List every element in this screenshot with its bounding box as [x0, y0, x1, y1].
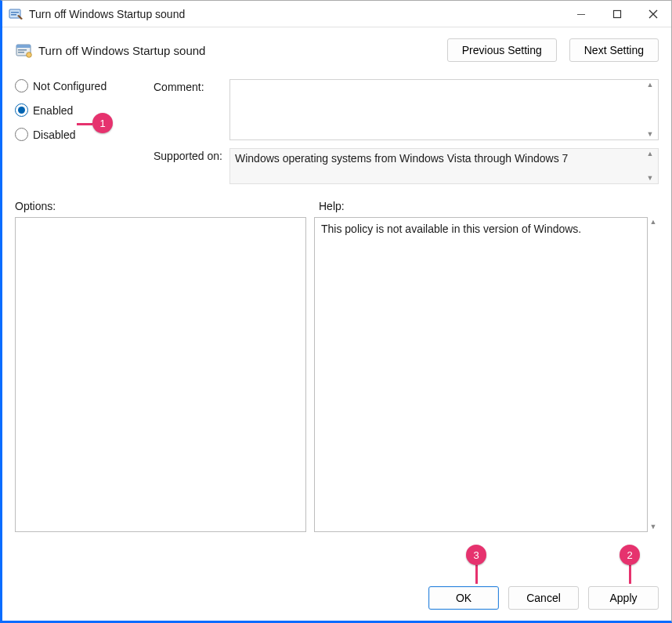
scroll-down-icon: ▼ [650, 523, 657, 531]
svg-rect-4 [614, 10, 621, 17]
scrollbar-vertical[interactable]: ▲ ▼ [648, 217, 659, 532]
annotation-line [77, 123, 92, 125]
annotation-line [629, 565, 631, 584]
gpedit-icon [9, 7, 23, 21]
minimize-button[interactable] [563, 1, 599, 27]
svg-rect-1 [11, 12, 19, 13]
scrollbar-vertical[interactable]: ▲ ▼ [645, 81, 656, 138]
radio-label: Disabled [33, 129, 75, 141]
help-text: This policy is not available in this ver… [321, 223, 581, 235]
scroll-up-icon: ▲ [647, 150, 654, 158]
radio-disabled[interactable]: Disabled [15, 128, 152, 141]
policy-icon [15, 42, 32, 59]
previous-setting-button[interactable]: Previous Setting [447, 38, 557, 62]
close-button[interactable] [635, 1, 671, 27]
options-pane [15, 217, 306, 532]
scrollbar-vertical[interactable]: ▲ ▼ [645, 150, 656, 182]
radio-label: Not Configured [33, 80, 107, 92]
titlebar: Turn off Windows Startup sound [2, 1, 671, 27]
annotation-badge-1: 1 [92, 113, 113, 133]
comment-textarea[interactable]: ▲ ▼ [229, 79, 659, 140]
scroll-down-icon: ▼ [647, 131, 654, 138]
supported-on-value: Windows operating systems from Windows V… [235, 152, 568, 165]
annotation-badge-2: 2 [620, 545, 640, 565]
window-title: Turn off Windows Startup sound [29, 8, 185, 20]
ok-button[interactable]: OK [428, 586, 499, 610]
cancel-button[interactable]: Cancel [508, 586, 579, 610]
policy-title: Turn off Windows Startup sound [38, 44, 205, 57]
svg-rect-8 [18, 52, 24, 53]
svg-point-9 [27, 53, 32, 58]
radio-enabled[interactable]: Enabled [15, 103, 152, 117]
svg-rect-6 [16, 45, 31, 48]
svg-rect-3 [577, 14, 585, 15]
radio-icon [15, 79, 28, 92]
svg-rect-2 [11, 14, 16, 16]
maximize-button[interactable] [599, 1, 635, 27]
supported-on-box: Windows operating systems from Windows V… [229, 148, 659, 184]
help-pane: This policy is not available in this ver… [314, 217, 648, 532]
next-setting-button[interactable]: Next Setting [569, 38, 659, 62]
radio-not-configured[interactable]: Not Configured [15, 79, 152, 92]
svg-rect-7 [18, 49, 27, 51]
supported-on-label: Supported on: [154, 148, 228, 184]
apply-button[interactable]: Apply [588, 586, 659, 610]
options-label: Options: [15, 200, 319, 212]
comment-label: Comment: [154, 79, 228, 140]
scroll-up-icon: ▲ [647, 81, 654, 89]
scroll-down-icon: ▼ [647, 175, 654, 182]
radio-icon [15, 103, 28, 117]
annotation-line [475, 565, 478, 584]
annotation-badge-3: 3 [466, 545, 486, 565]
radio-label: Enabled [33, 104, 73, 117]
help-label: Help: [319, 200, 345, 212]
scroll-up-icon: ▲ [650, 219, 657, 226]
radio-icon [15, 128, 28, 141]
